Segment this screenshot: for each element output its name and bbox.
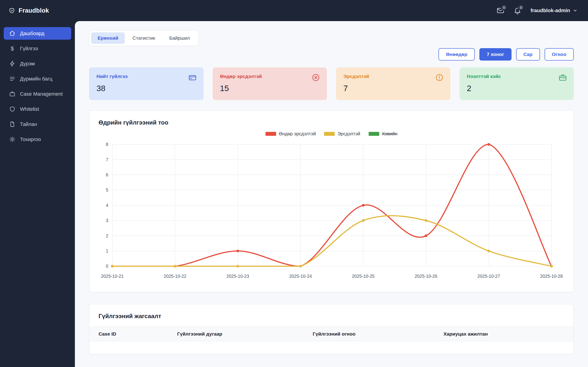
svg-text:2025-10-22: 2025-10-22 — [164, 274, 187, 279]
stat-label: Нээлттэй кэйс — [467, 74, 567, 79]
chart-legend: Өндөр эрсдэлтэйЭрсдэлтэйХэвийн — [99, 131, 564, 136]
mail-badge: 0 — [501, 4, 507, 10]
bell-button[interactable]: 0 — [514, 7, 521, 15]
legend-item[interactable]: Өндөр эрсдэлтэй — [266, 131, 316, 136]
stat-card-total-transactions: Нийт гүйлгээ 38 — [89, 67, 204, 100]
filter-today-button[interactable]: Өнөөдөр — [439, 48, 475, 60]
wallet-icon — [188, 73, 197, 82]
daily-transactions-chart-card: Өдрийн гүйлгээний тоо Өндөр эрсдэлтэйЭрс… — [89, 110, 574, 292]
legend-swatch — [266, 132, 276, 136]
table-title: Гүйлгээний жагсаалт — [89, 313, 573, 320]
sidebar-item-label: Case Management — [20, 91, 63, 97]
main-column: 0 0 fraudblok-admin Ерөнхий Статистик Ба… — [75, 0, 588, 367]
legend-item[interactable]: Хэвийн — [369, 131, 398, 136]
svg-text:2: 2 — [106, 234, 108, 238]
sidebar-item-label: Гүйлгээ — [20, 46, 38, 52]
sidebar-item-label: Дүрмийн багц — [20, 76, 52, 82]
alert-circle-icon — [435, 73, 443, 82]
gear-icon — [9, 136, 15, 142]
svg-text:2025-10-21: 2025-10-21 — [101, 274, 124, 279]
column-header-case-id: Case ID — [89, 327, 172, 341]
filter-date-button[interactable]: Огноо — [545, 48, 574, 60]
svg-text:4: 4 — [106, 203, 108, 208]
sidebar-item-label: Тайлан — [20, 121, 37, 127]
bolt-icon — [9, 60, 15, 67]
svg-text:6: 6 — [106, 173, 108, 177]
app-logo: Fraudblok — [0, 0, 75, 21]
date-filters: Өнөөдөр 7 хоног Сар Огноо — [89, 48, 574, 60]
app-title: Fraudblok — [19, 7, 49, 14]
stat-value: 7 — [343, 84, 443, 93]
column-header-transaction-date: Гүйлгээний огноо — [307, 327, 438, 341]
svg-text:3: 3 — [106, 218, 108, 223]
legend-label: Өндөр эрсдэлтэй — [279, 131, 316, 136]
svg-text:0: 0 — [106, 264, 108, 269]
topbar: 0 0 fraudblok-admin — [75, 0, 588, 21]
list-icon — [9, 76, 15, 82]
column-header-transaction-number: Гүйлгээний дугаар — [172, 327, 307, 341]
transactions-table-card: Гүйлгээний жагсаалт Case ID Гүйлгээний д… — [89, 304, 574, 354]
filter-7days-button[interactable]: 7 хоног — [479, 48, 511, 60]
sidebar-item-case-management[interactable]: Case Management — [4, 88, 71, 100]
dollar-icon: $ — [9, 45, 15, 52]
svg-text:1: 1 — [106, 249, 108, 253]
shield-logo-icon — [9, 8, 15, 14]
user-menu[interactable]: fraudblok-admin — [531, 8, 578, 14]
username: fraudblok-admin — [531, 8, 570, 14]
svg-text:2025-10-23: 2025-10-23 — [226, 274, 249, 279]
stat-label: Эрсдэлтэй — [343, 74, 443, 79]
sidebar-item-rules[interactable]: Дүрэм — [4, 57, 71, 70]
svg-text:7: 7 — [106, 157, 108, 162]
shield-icon — [9, 106, 15, 112]
sidebar-item-label: Whitelist — [20, 106, 39, 112]
svg-text:2025-10-24: 2025-10-24 — [289, 274, 312, 279]
stat-value: 2 — [467, 84, 567, 93]
stat-value: 15 — [220, 84, 320, 93]
sidebar-item-label: Дашбоард — [20, 31, 44, 36]
sidebar: Fraudblok Дашбоард $ Гүйлгээ Дүрэм — [0, 0, 75, 367]
content: Ерөнхий Статистик Байршил Өнөөдөр 7 хоно… — [75, 21, 588, 367]
svg-text:2025-10-26: 2025-10-26 — [415, 274, 437, 279]
chevron-down-icon — [573, 8, 578, 13]
legend-swatch — [324, 132, 335, 136]
stat-label: Нийт гүйлгээ — [96, 74, 196, 79]
sidebar-item-rule-sets[interactable]: Дүрмийн багц — [4, 73, 71, 85]
svg-text:8: 8 — [106, 142, 108, 147]
mail-button[interactable]: 0 — [497, 7, 504, 15]
line-chart: 0123456782025-10-212025-10-222025-10-232… — [99, 138, 564, 285]
legend-item[interactable]: Эрсдэлтэй — [324, 131, 360, 136]
transactions-table: Case ID Гүйлгээний дугаар Гүйлгээний огн… — [89, 327, 573, 341]
sidebar-item-label: Дүрэм — [20, 61, 35, 67]
stat-card-risky: Эрсдэлтэй 7 — [336, 67, 450, 100]
tab-location[interactable]: Байршил — [163, 32, 196, 44]
filter-month-button[interactable]: Сар — [516, 48, 540, 60]
x-circle-icon — [312, 73, 320, 82]
legend-label: Эрсдэлтэй — [337, 131, 360, 136]
home-icon — [9, 30, 15, 36]
stat-card-high-risk: Өндөр эрсдэлтэй 15 — [213, 67, 327, 100]
chart-title: Өдрийн гүйлгээний тоо — [99, 119, 564, 126]
stat-label: Өндөр эрсдэлтэй — [220, 74, 320, 79]
svg-text:2025-10-27: 2025-10-27 — [477, 274, 500, 279]
column-header-assignee: Хариуцах ажилтан — [438, 327, 573, 341]
sidebar-item-dashboard[interactable]: Дашбоард — [4, 27, 71, 40]
briefcase-icon — [559, 73, 567, 82]
sidebar-item-transactions[interactable]: $ Гүйлгээ — [4, 42, 71, 55]
bell-badge: 0 — [518, 4, 524, 10]
file-icon — [9, 121, 15, 127]
tab-bar: Ерөнхий Статистик Байршил — [89, 30, 199, 46]
sidebar-item-reports[interactable]: Тайлан — [4, 118, 71, 131]
table-header-row: Case ID Гүйлгээний дугаар Гүйлгээний огн… — [89, 327, 573, 341]
legend-label: Хэвийн — [382, 131, 398, 136]
tab-overview[interactable]: Ерөнхий — [91, 32, 125, 44]
tab-statistics[interactable]: Статистик — [126, 32, 162, 44]
stat-card-open-cases: Нээлттэй кэйс 2 — [460, 67, 574, 100]
sidebar-item-settings[interactable]: Тохиргоо — [4, 133, 71, 146]
sidebar-nav: Дашбоард $ Гүйлгээ Дүрэм Дүрмийн багц — [0, 21, 75, 152]
stat-value: 38 — [96, 84, 196, 93]
briefcase-icon — [9, 91, 15, 97]
stat-cards: Нийт гүйлгээ 38 Өндөр эрсдэлтэй 15 Эрсдэ… — [89, 67, 574, 100]
svg-text:5: 5 — [106, 188, 108, 192]
svg-text:2025-10-25: 2025-10-25 — [352, 274, 375, 279]
sidebar-item-whitelist[interactable]: Whitelist — [4, 103, 71, 115]
